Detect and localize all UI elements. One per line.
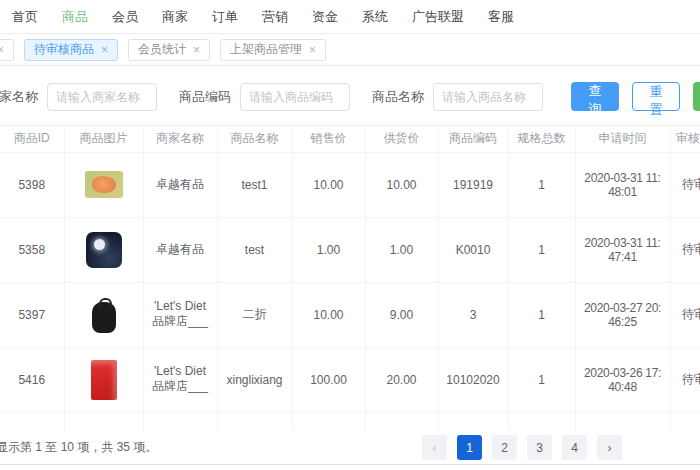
product-thumbnail[interactable] xyxy=(85,171,123,198)
cell-supply-price: 20.00 xyxy=(365,347,438,412)
col-merchant-name: 商家名称 xyxy=(143,126,217,152)
open-tabs-bar: × 待审核商品 × 会员统计 × 上架商品管理 × xyxy=(0,34,700,66)
cell-apply-time: 2020-03-27 20:46:25 xyxy=(575,282,670,347)
page-button-2[interactable]: 2 xyxy=(492,435,517,460)
cell-supply-price xyxy=(365,412,438,431)
export-button[interactable]: 导出 xyxy=(693,82,700,111)
top-navigation: 首页 商品 会员 商家 订单 营销 资金 系统 广告联盟 客服 xyxy=(0,0,700,34)
goods-code-input[interactable] xyxy=(240,83,350,111)
cell-supply-price: 9.00 xyxy=(365,282,438,347)
goods-code-label: 商品编码 xyxy=(179,88,231,106)
col-apply-time: 申请时间 xyxy=(575,126,670,152)
cell-goods-code: 3 xyxy=(438,282,508,347)
cell-audit-status: 待审核 xyxy=(670,152,700,217)
cell-audit-status: 待审核 xyxy=(670,217,700,282)
cell-supply-price: 1.00 xyxy=(365,217,438,282)
cell-audit-status: 待审核 xyxy=(670,282,700,347)
cell-goods-code: 10102020 xyxy=(438,347,508,412)
col-spec-count: 规格总数 xyxy=(508,126,575,152)
tab-clipped[interactable]: × xyxy=(0,39,14,61)
admin-panel: 首页 商品 会员 商家 订单 营销 资金 系统 广告联盟 客服 × 待审核商品 … xyxy=(0,0,700,465)
cell-apply-time: 2020-03-31 11:48:01 xyxy=(575,152,670,217)
nav-item-system[interactable]: 系统 xyxy=(350,0,400,33)
tab-member-stats[interactable]: 会员统计 × xyxy=(128,39,210,61)
cell-goods-name xyxy=(217,412,292,431)
tab-pending-goods[interactable]: 待审核商品 × xyxy=(24,39,118,61)
cell-sale-price: 10.00 xyxy=(292,152,365,217)
col-goods-id: 商品ID xyxy=(0,126,64,152)
cell-sale-price: 100.00 xyxy=(292,347,365,412)
cell-goods-id: 5397 xyxy=(0,282,64,347)
cell-goods-name: 二折 xyxy=(217,282,292,347)
cell-goods-name: test xyxy=(217,217,292,282)
cell-spec-count: 1 xyxy=(508,152,575,217)
pagination-bar: 显示第 1 至 10 项，共 35 项。 ‹ 1 2 3 4 › xyxy=(0,431,700,465)
table-header-row: 商品ID 商品图片 商家名称 商品名称 销售价 供货价 商品编码 规格总数 申请… xyxy=(0,126,700,152)
tab-label: 会员统计 xyxy=(138,41,186,58)
merchant-name-filter: 商家名称 xyxy=(0,83,157,111)
table-row: 'Let's Diet 品牌店___ 2020-03-25 1 xyxy=(0,412,700,431)
cell-apply-time: 2020-03-25 1 xyxy=(575,412,670,431)
merchant-name-label: 商家名称 xyxy=(0,88,38,106)
merchant-name-input[interactable] xyxy=(47,83,157,111)
tab-close-icon[interactable]: × xyxy=(0,44,4,56)
prev-page-button[interactable]: ‹ xyxy=(422,435,447,460)
cell-goods-code xyxy=(438,412,508,431)
cell-goods-name: xinglixiang xyxy=(217,347,292,412)
tab-label: 上架商品管理 xyxy=(230,41,302,58)
reset-button[interactable]: 重置 xyxy=(632,82,680,111)
nav-item-customer-service[interactable]: 客服 xyxy=(476,0,526,33)
cell-goods-id: 5416 xyxy=(0,347,64,412)
cell-spec-count: 1 xyxy=(508,347,575,412)
cell-merchant-name: 'Let's Diet 品牌店___ xyxy=(143,347,217,412)
nav-item-member[interactable]: 会员 xyxy=(100,0,150,33)
goods-name-input[interactable] xyxy=(433,83,543,111)
cell-merchant-name: 卓越有品 xyxy=(143,152,217,217)
tab-listed-goods[interactable]: 上架商品管理 × xyxy=(220,39,326,61)
cell-apply-time: 2020-03-31 11:47:41 xyxy=(575,217,670,282)
cell-goods-code: K0010 xyxy=(438,217,508,282)
page-button-4[interactable]: 4 xyxy=(562,435,587,460)
nav-item-home[interactable]: 首页 xyxy=(0,0,50,33)
nav-item-merchant[interactable]: 商家 xyxy=(150,0,200,33)
nav-item-goods[interactable]: 商品 xyxy=(50,0,100,33)
nav-item-order[interactable]: 订单 xyxy=(200,0,250,33)
product-thumbnail[interactable] xyxy=(91,360,117,400)
nav-item-funds[interactable]: 资金 xyxy=(300,0,350,33)
table-row: 5416 'Let's Diet 品牌店___ xinglixiang 100.… xyxy=(0,347,700,412)
tab-close-icon[interactable]: × xyxy=(193,44,200,56)
nav-item-marketing[interactable]: 营销 xyxy=(250,0,300,33)
cell-goods-name: test1 xyxy=(217,152,292,217)
search-button[interactable]: 查询 xyxy=(571,82,619,111)
cell-sale-price: 1.00 xyxy=(292,217,365,282)
pager: ‹ 1 2 3 4 › xyxy=(422,435,622,460)
cell-merchant-name: 'Let's Diet 品牌店___ xyxy=(143,282,217,347)
goods-name-label: 商品名称 xyxy=(372,88,424,106)
cell-spec-count xyxy=(508,412,575,431)
tab-close-icon[interactable]: × xyxy=(101,44,108,56)
cell-spec-count: 1 xyxy=(508,217,575,282)
cell-sale-price xyxy=(292,412,365,431)
cell-audit-status xyxy=(670,412,700,431)
cell-merchant-name: 'Let's Diet 品牌店___ xyxy=(143,412,217,431)
col-goods-code: 商品编码 xyxy=(438,126,508,152)
col-goods-image: 商品图片 xyxy=(64,126,143,152)
cell-supply-price: 10.00 xyxy=(365,152,438,217)
nav-item-ad-union[interactable]: 广告联盟 xyxy=(400,0,476,33)
cell-goods-id: 5358 xyxy=(0,217,64,282)
cell-merchant-name: 卓越有品 xyxy=(143,217,217,282)
goods-table: 商品ID 商品图片 商家名称 商品名称 销售价 供货价 商品编码 规格总数 申请… xyxy=(0,125,700,431)
cell-goods-code: 191919 xyxy=(438,152,508,217)
cell-goods-id: 5398 xyxy=(0,152,64,217)
next-page-button[interactable]: › xyxy=(597,435,622,460)
cell-goods-id xyxy=(0,412,64,431)
tab-close-icon[interactable]: × xyxy=(309,44,316,56)
page-button-3[interactable]: 3 xyxy=(527,435,552,460)
col-audit-status: 审核状态 xyxy=(670,126,700,152)
product-thumbnail[interactable] xyxy=(87,295,121,335)
cell-apply-time: 2020-03-26 17:40:48 xyxy=(575,347,670,412)
col-goods-name: 商品名称 xyxy=(217,126,292,152)
col-sale-price: 销售价 xyxy=(292,126,365,152)
product-thumbnail[interactable] xyxy=(86,232,122,268)
page-button-1[interactable]: 1 xyxy=(457,435,482,460)
